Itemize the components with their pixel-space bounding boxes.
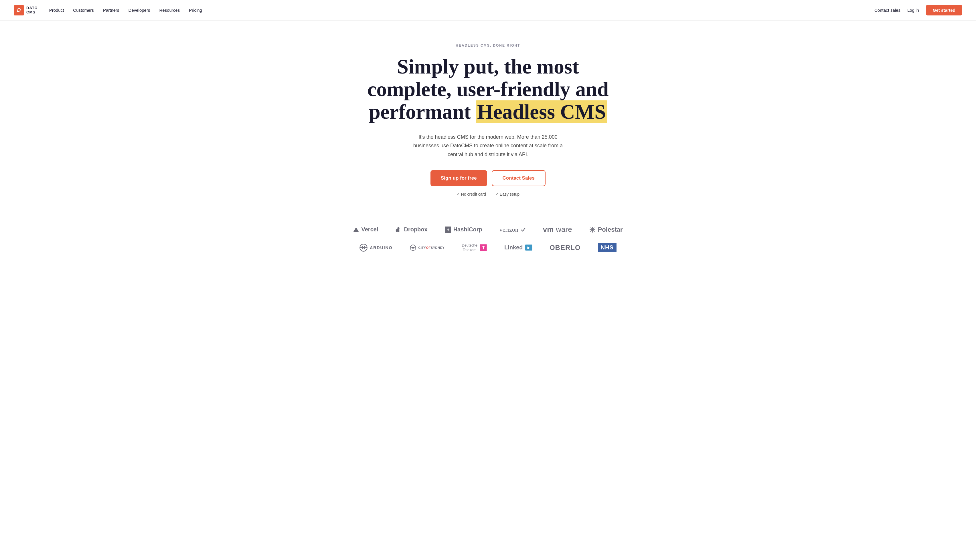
nav-link-partners[interactable]: Partners [103,8,119,13]
hero-headline: Simply put, the most complete, user-frie… [365,55,611,123]
hero-buttons: Sign up for free Contact Sales [365,170,611,186]
hero-checks: No credit card Easy setup [365,192,611,197]
nav-links: Product Customers Partners Developers Re… [49,8,202,13]
logo-city-sydney: CITYOFSYDNEY [410,245,445,251]
logo-deutsche-telekom: DeutscheTelekom T [462,243,487,252]
signup-button[interactable]: Sign up for free [431,170,487,186]
logos-row-1: Vercel Dropbox H HashiCorp verizon [333,225,643,234]
city-sydney-icon [410,245,416,251]
svg-marker-0 [353,227,359,232]
navbar: D DATO CMS Product Customers Partners De… [0,0,976,21]
hero-eyebrow: HEADLESS CMS, DONE RIGHT [365,43,611,47]
telekom-icon: T [480,244,487,252]
dropbox-icon [395,227,401,233]
check-no-credit-card: No credit card [456,192,486,197]
get-started-button[interactable]: Get started [926,5,962,15]
hero-subtext: It's the headless CMS for the modern web… [408,133,568,159]
verizon-checkmark-icon [521,227,526,232]
logo-oberlo: OBERLO [550,244,581,252]
nav-right: Contact sales Log in Get started [874,5,962,15]
contact-sales-link[interactable]: Contact sales [874,8,901,13]
linkedin-in-badge: in [525,245,532,250]
nav-link-developers[interactable]: Developers [129,8,150,13]
logo-vercel: Vercel [353,226,378,233]
login-link[interactable]: Log in [907,8,919,13]
nav-link-pricing[interactable]: Pricing [189,8,202,13]
nav-link-resources[interactable]: Resources [159,8,180,13]
logo-text: DATO CMS [26,6,38,14]
svg-text:H: H [446,228,450,232]
logo-dropbox: Dropbox [395,226,427,233]
nav-link-product[interactable]: Product [49,8,64,13]
check-easy-setup: Easy setup [495,192,520,197]
nav-link-customers[interactable]: Customers [73,8,94,13]
polestar-icon [589,227,596,233]
logo[interactable]: D DATO CMS [14,5,38,15]
arduino-icon [359,244,368,252]
logo-icon: D [14,5,24,15]
logo-polestar: Polestar [589,226,623,233]
nav-left: D DATO CMS Product Customers Partners De… [14,5,202,15]
logo-arduino: ARDUINO [359,244,393,252]
logo-vmware: vmware [543,225,572,234]
logo-hashicorp: H HashiCorp [445,226,482,233]
hero-headline-highlight: Headless CMS [476,100,607,123]
logos-section: Vercel Dropbox H HashiCorp verizon [316,213,660,278]
hero-section: HEADLESS CMS, DONE RIGHT Simply put, the… [359,21,617,213]
hashicorp-icon: H [445,227,451,233]
logo-nhs: NHS [598,243,617,252]
vercel-icon [353,227,359,233]
logo-verizon: verizon [500,226,526,233]
logos-row-2: ARDUINO CITYOFSYDNEY DeutscheTelekom T L… [333,243,643,252]
svg-text:T: T [482,245,485,250]
contact-sales-button[interactable]: Contact Sales [492,170,545,186]
logo-linkedin: Linked in [504,244,532,251]
